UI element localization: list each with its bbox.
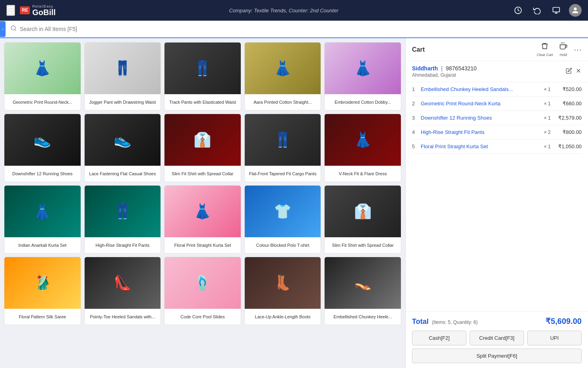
split-payment-button[interactable]: Split Payment[F6] — [412, 349, 582, 363]
cart-item: 3 Downshifter 12 Running Shoes × 1 ₹2,57… — [412, 111, 582, 125]
cart-item: 2 Geometric Print Round-Neck Kurta × 1 ₹… — [412, 97, 582, 111]
product-card[interactable]: 👗 V-Neck Fit & Flare Dress — [324, 114, 401, 182]
cart-total-row: Total (Items: 5, Quantity: 6) ₹5,609.00 — [412, 316, 582, 326]
product-image: 🩴 — [164, 257, 241, 309]
app-header: ☰ RE RetailEasy GoBill Company: Textile … — [0, 0, 588, 21]
product-image: 👔 — [325, 186, 401, 237]
company-info: Company: Textile Trends, Counter: 2nd Co… — [56, 8, 512, 14]
product-card[interactable]: 👖 Jogger Pant with Drawstring Waist — [84, 42, 161, 110]
edit-customer-button[interactable] — [566, 68, 572, 76]
product-name: Floral Print Straight Kurta Set — [164, 237, 241, 253]
search-bar: ‹ — [0, 21, 588, 38]
menu-icon[interactable]: ☰ — [6, 5, 15, 16]
product-image: 👗 — [4, 43, 81, 94]
product-image: 👗 — [325, 114, 401, 166]
product-card[interactable]: 👡 Embellished Chunkey Heele... — [324, 257, 401, 325]
total-label-group: Total (Items: 5, Quantity: 6) — [412, 318, 478, 326]
item-number: 3 — [412, 115, 418, 121]
item-number: 5 — [412, 143, 418, 149]
product-card[interactable]: 👕 Colour-Blocked Polo T-shirt — [244, 185, 321, 254]
sidebar-toggle[interactable]: ‹ — [0, 21, 6, 37]
product-name: Embellished Chunkey Heele... — [325, 309, 401, 325]
product-image: 👕 — [245, 186, 321, 237]
product-card[interactable]: 👖 High-Rise Straight Fit Pants — [84, 185, 161, 254]
logo-icon: RE — [20, 6, 30, 14]
product-name: V-Neck Fit & Flare Dress — [325, 166, 401, 182]
item-name[interactable]: High-Rise Straight Fit Pants — [421, 129, 541, 135]
product-name: High-Rise Straight Fit Pants — [85, 237, 161, 253]
pay-upi-button[interactable]: UPI — [527, 331, 582, 345]
products-grid: 👗 Geometric Print Round-Neck... 👖 Jogger… — [4, 42, 401, 325]
item-name[interactable]: Floral Print Straight Kurta Set — [421, 143, 541, 149]
hold-button[interactable]: Hold — [559, 42, 567, 57]
payment-buttons: Cash[F2]Credit Card[F3]UPI — [412, 331, 582, 345]
product-card[interactable]: 👗 Aara Printed Cotton Straight... — [244, 42, 321, 110]
product-image: 👢 — [245, 257, 321, 309]
header-icons — [512, 4, 582, 17]
more-options-button[interactable]: ⋯ — [574, 45, 582, 54]
total-label: Total — [412, 318, 429, 325]
cart-panel: Cart Clear Cart Hold ⋯ — [405, 38, 588, 368]
product-name: Lace-Up Ankle-Length Boots — [245, 309, 321, 325]
product-card[interactable]: 👢 Lace-Up Ankle-Length Boots — [244, 257, 321, 325]
item-name[interactable]: Downshifter 12 Running Shoes — [421, 115, 541, 121]
item-quantity: × 2 — [544, 130, 551, 135]
item-name[interactable]: Geometric Print Round-Neck Kurta — [421, 101, 541, 107]
logo-gobill-label: GoBill — [32, 8, 56, 16]
cart-item: 5 Floral Print Straight Kurta Set × 1 ₹1… — [412, 139, 582, 154]
product-card[interactable]: 👗 Floral Print Straight Kurta Set — [164, 185, 241, 254]
total-amount: ₹5,609.00 — [545, 316, 582, 326]
hold-icon — [559, 42, 567, 52]
item-quantity: × 1 — [544, 144, 551, 149]
item-name[interactable]: Embellished Chunkey Heeled Sandals... — [421, 86, 541, 92]
product-name: Flat-Front Tapered Fit Cargo Pants — [245, 166, 321, 182]
product-card[interactable]: 👔 Slim Fit Shirt with Spread Collar — [164, 114, 241, 182]
cart-item: 1 Embellished Chunkey Heeled Sandals... … — [412, 82, 582, 97]
cart-title: Cart — [412, 46, 425, 53]
search-icon — [10, 25, 17, 33]
product-image: 👔 — [164, 114, 241, 166]
clock-icon[interactable] — [512, 4, 524, 17]
svg-point-4 — [11, 26, 15, 30]
product-name: Geometric Print Round-Neck... — [4, 94, 81, 110]
logo-block: RE RetailEasy GoBill — [20, 4, 56, 16]
cart-item: 4 High-Rise Straight Fit Pants × 2 ₹800.… — [412, 125, 582, 139]
pay-credit_card-button[interactable]: Credit Card[F3] — [470, 331, 524, 345]
item-number: 2 — [412, 101, 418, 107]
product-card[interactable]: 👗 Embroidered Cotton Dobby... — [324, 42, 401, 110]
item-price: ₹2,579.00 — [554, 115, 582, 121]
item-quantity: × 1 — [544, 87, 551, 92]
product-card[interactable]: 👖 Track Pants with Elasticated Waist — [164, 42, 241, 110]
refresh-icon[interactable] — [531, 4, 544, 17]
pay-cash-button[interactable]: Cash[F2] — [412, 331, 466, 345]
product-name: Downshifter 12 Running Shoes — [4, 166, 81, 182]
product-card[interactable]: 🩴 Code Core Pool Slides — [164, 257, 241, 325]
product-card[interactable]: 👟 Lace Fastening Flat Casual Shoes — [84, 114, 161, 182]
product-card[interactable]: 👟 Downshifter 12 Running Shoes — [4, 114, 81, 182]
product-card[interactable]: 🥻 Floral Pattern Silk Saree — [4, 257, 81, 325]
customer-name[interactable]: Siddharth — [412, 65, 438, 72]
product-card[interactable]: 👗 Indian Anarkali Kurta Set — [4, 185, 81, 254]
clear-cart-button[interactable]: Clear Cart — [537, 42, 553, 57]
close-customer-button[interactable] — [575, 68, 582, 76]
user-avatar[interactable] — [569, 4, 582, 17]
logo-text: RetailEasy GoBill — [32, 4, 56, 16]
item-price: ₹520.00 — [554, 86, 582, 92]
product-name: Floral Pattern Silk Saree — [4, 309, 81, 325]
product-card[interactable]: 👗 Geometric Print Round-Neck... — [4, 42, 81, 110]
product-card[interactable]: 👔 Slim Fit Shirt with Spread Collar — [324, 185, 401, 254]
product-image: 👗 — [245, 43, 321, 94]
screen-icon[interactable] — [550, 4, 563, 17]
product-name: Lace Fastening Flat Casual Shoes — [85, 166, 161, 182]
product-image: 👟 — [4, 114, 81, 166]
product-card[interactable]: 👠 Pointy-Toe Heeled Sandals with... — [84, 257, 161, 325]
search-input[interactable] — [20, 26, 583, 32]
item-price: ₹800.00 — [554, 129, 582, 135]
products-area: 👗 Geometric Print Round-Neck... 👖 Jogger… — [0, 38, 405, 368]
cart-footer: Total (Items: 5, Quantity: 6) ₹5,609.00 … — [406, 311, 588, 368]
svg-rect-1 — [553, 8, 560, 12]
product-card[interactable]: 👖 Flat-Front Tapered Fit Cargo Pants — [244, 114, 321, 182]
item-quantity: × 1 — [544, 115, 551, 121]
item-number: 4 — [412, 129, 418, 135]
product-name: Jogger Pant with Drawstring Waist — [85, 94, 161, 110]
